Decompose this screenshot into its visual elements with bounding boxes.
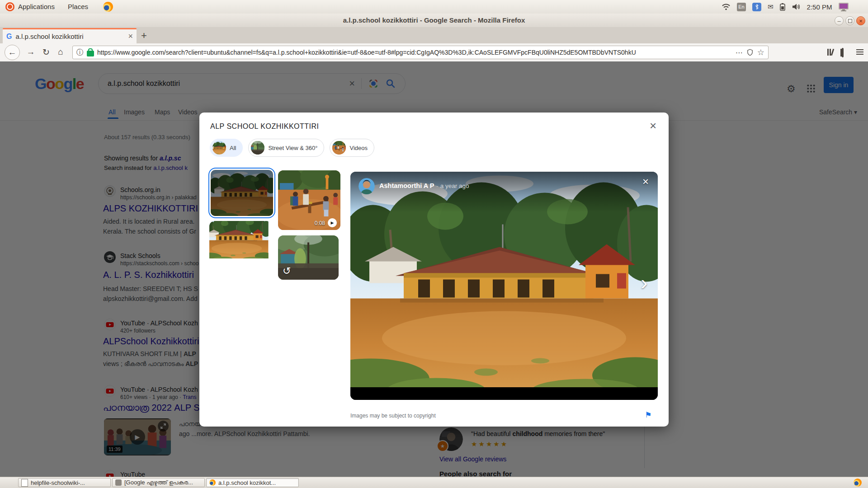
document-icon bbox=[21, 479, 28, 487]
image-lightbox: ALP SCHOOL KOZHIKKOTTIRI × All Street Vi… bbox=[199, 113, 669, 427]
nav-toolbar: ← → ↻ ⌂ ⓘ https://www.google.com/search?… bbox=[0, 43, 868, 62]
tab-bar: G a.l.p.school kozikkottiri × + bbox=[0, 27, 868, 43]
uploader-avatar[interactable] bbox=[359, 178, 375, 194]
mail-icon[interactable]: ✉ bbox=[768, 3, 774, 11]
thumbnail-street-view[interactable]: ↺ bbox=[278, 235, 339, 280]
lightbox-title: ALP SCHOOL KOZHIKKOTTIRI bbox=[210, 122, 319, 131]
window-titlebar: a.l.p.school kozikkottiri - Google Searc… bbox=[0, 14, 868, 28]
url-bar[interactable]: ⓘ https://www.google.com/search?client=u… bbox=[72, 46, 769, 59]
home-button[interactable]: ⌂ bbox=[53, 45, 68, 59]
taskbar-corner-icon[interactable] bbox=[854, 479, 862, 487]
wifi-icon[interactable] bbox=[722, 3, 731, 10]
taskbar-window-2[interactable]: [Google എഴുത്ത് ഉപകര... bbox=[112, 478, 205, 487]
window-close-button[interactable]: × bbox=[856, 16, 865, 25]
attribution-gradient bbox=[350, 172, 658, 212]
firefox-icon bbox=[209, 479, 216, 486]
back-button[interactable]: ← bbox=[5, 45, 20, 60]
chip-street-view[interactable]: Street View & 360° bbox=[248, 139, 324, 157]
chip-thumbnail bbox=[332, 141, 346, 155]
google-favicon: G bbox=[6, 33, 12, 41]
ubuntu-menubar: Applications Places En ✉ 2:50 PM bbox=[0, 0, 868, 14]
ubuntu-logo-icon[interactable] bbox=[5, 2, 14, 11]
session-monitor-icon[interactable] bbox=[838, 2, 849, 11]
clock[interactable]: 2:50 PM bbox=[807, 3, 832, 11]
filter-chips: All Street View & 360° Videos bbox=[210, 139, 374, 157]
bluetooth-icon[interactable] bbox=[752, 3, 761, 11]
tab-close-icon[interactable]: × bbox=[128, 32, 133, 41]
app-icon bbox=[115, 479, 122, 486]
page-info-icon[interactable]: ⓘ bbox=[76, 48, 84, 57]
taskbar: helpfile-schoolwiki-... [Google എഴുത്ത് … bbox=[0, 477, 868, 488]
menu-hamburger-icon[interactable] bbox=[856, 48, 863, 56]
sidebar-icon[interactable] bbox=[842, 48, 844, 57]
thumbnail-selected[interactable] bbox=[208, 168, 275, 218]
chip-all[interactable]: All bbox=[210, 139, 243, 157]
menu-applications[interactable]: Applications bbox=[18, 0, 55, 14]
screen: Applications Places En ✉ 2:50 PM a.l.p.s… bbox=[0, 0, 868, 488]
chip-videos[interactable]: Videos bbox=[330, 139, 374, 157]
battery-icon[interactable] bbox=[780, 3, 785, 11]
chip-thumbnail bbox=[212, 141, 226, 155]
https-lock-icon[interactable] bbox=[87, 51, 94, 56]
forward-button[interactable]: → bbox=[24, 45, 38, 59]
page-actions-icon[interactable]: ⋯ bbox=[736, 48, 743, 57]
next-image-chevron-icon[interactable]: › bbox=[641, 270, 647, 295]
lightbox-close-icon[interactable]: × bbox=[650, 120, 656, 131]
library-icon[interactable] bbox=[827, 49, 834, 57]
report-flag-icon[interactable]: ⚑ bbox=[640, 406, 657, 423]
taskbar-window-1[interactable]: helpfile-schoolwiki-... bbox=[18, 478, 111, 487]
letterbox-bar bbox=[350, 387, 658, 400]
system-tray: En ✉ 2:50 PM bbox=[722, 0, 849, 14]
image-close-icon[interactable]: × bbox=[642, 175, 649, 188]
window-maximize-button[interactable] bbox=[845, 16, 854, 25]
taskbar-window-3[interactable]: a.l.p.school kozikkot... bbox=[206, 478, 299, 487]
thumbnail-play-icon: ▶ bbox=[328, 218, 337, 227]
copyright-notice: Images may be subject to copyright bbox=[350, 413, 436, 419]
thumbnail-photo[interactable] bbox=[209, 221, 273, 264]
url-text[interactable]: https://www.google.com/search?client=ubu… bbox=[97, 49, 732, 56]
menu-places[interactable]: Places bbox=[68, 0, 88, 14]
firefox-indicator-icon[interactable] bbox=[103, 2, 113, 12]
thumbnail-video[interactable]: 0:08 ▶ bbox=[278, 170, 340, 230]
volume-icon[interactable] bbox=[792, 3, 801, 10]
window-minimize-button[interactable]: – bbox=[835, 16, 844, 25]
keyboard-layout-indicator[interactable]: En bbox=[737, 3, 746, 11]
browser-tab[interactable]: G a.l.p.school kozikkottiri × bbox=[3, 28, 137, 43]
reload-button[interactable]: ↻ bbox=[39, 45, 53, 59]
tracking-shield-icon[interactable] bbox=[746, 48, 754, 56]
bookmark-star-icon[interactable]: ☆ bbox=[757, 47, 764, 57]
chip-thumbnail bbox=[251, 141, 264, 155]
attribution[interactable]: Ashtamoorthi A P · a year ago bbox=[379, 182, 469, 190]
main-image-viewer[interactable]: Ashtamoorthi A P · a year ago × › bbox=[350, 172, 658, 400]
thumbnail-video-duration: 0:08 bbox=[315, 220, 325, 226]
new-tab-button[interactable]: + bbox=[141, 30, 147, 42]
street-view-loop-icon: ↺ bbox=[283, 265, 291, 277]
tab-title: a.l.p.school kozikkottiri bbox=[15, 33, 124, 40]
window-title: a.l.p.school kozikkottiri - Google Searc… bbox=[0, 14, 868, 27]
